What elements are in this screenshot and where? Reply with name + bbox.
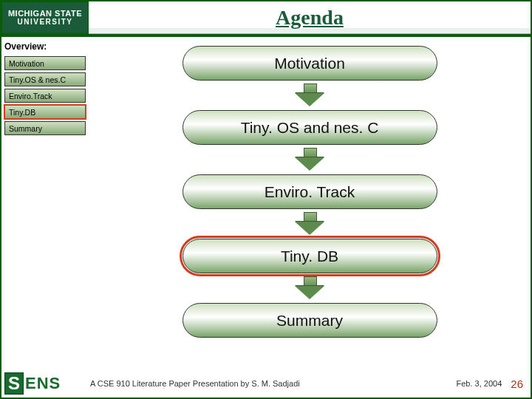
sidebar-item[interactable]: Tiny.OS & nes.C — [4, 72, 86, 86]
header: MICHIGAN STATE UNIVERSITY Agenda — [1, 1, 531, 37]
flow-diagram: MotivationTiny. OS and nes. CEnviro. Tra… — [89, 46, 531, 338]
footer-date: Feb. 3, 2004 — [457, 379, 511, 388]
slide-title: Agenda — [89, 1, 531, 34]
logo-line1: MICHIGAN STATE — [8, 10, 82, 18]
university-logo: MICHIGAN STATE UNIVERSITY — [1, 1, 89, 34]
footer-page: 26 — [511, 378, 531, 390]
sidebar-item[interactable]: Summary — [4, 121, 86, 135]
arrow-down-icon — [295, 83, 324, 107]
content: MotivationTiny. OS and nes. CEnviro. Tra… — [89, 37, 531, 371]
footer-text: A CSE 910 Literature Paper Presentation … — [68, 379, 457, 388]
sidebar-title: Overview: — [4, 41, 86, 52]
footer-logo: S ENS — [4, 372, 68, 395]
arrow-down-icon — [295, 276, 324, 300]
flow-node: Enviro. Track — [183, 174, 437, 209]
logo-line2: UNIVERSITY — [17, 18, 72, 27]
footer-logo-ens: ENS — [25, 374, 61, 393]
sidebar-item[interactable]: Enviro.Track — [4, 89, 86, 103]
arrow-down-icon — [295, 212, 324, 236]
arrow-down-icon — [295, 148, 324, 171]
flow-node: Tiny. DB — [183, 239, 437, 273]
footer-logo-s: S — [4, 372, 24, 395]
main: Overview: MotivationTiny.OS & nes.CEnvir… — [1, 37, 531, 371]
footer: S ENS A CSE 910 Literature Paper Present… — [1, 371, 531, 396]
flow-node: Motivation — [183, 46, 437, 81]
flow-node: Tiny. OS and nes. C — [183, 110, 437, 145]
sidebar-item[interactable]: Motivation — [4, 56, 86, 70]
sidebar-item[interactable]: Tiny.DB — [4, 105, 86, 119]
sidebar: Overview: MotivationTiny.OS & nes.CEnvir… — [1, 37, 89, 371]
flow-node: Summary — [183, 303, 437, 338]
